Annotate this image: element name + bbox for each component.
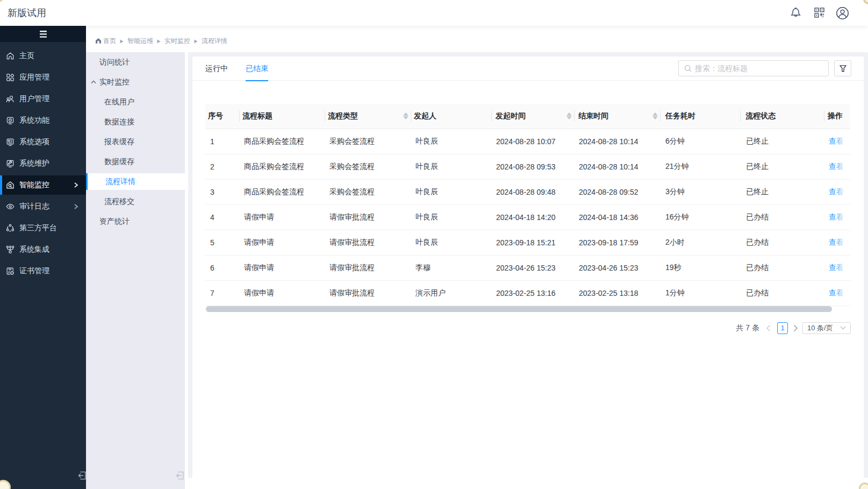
sidebar-item-home[interactable]: 主页 bbox=[0, 45, 86, 67]
sidebar-item-intelligent-monitoring[interactable]: 智能监控 bbox=[0, 175, 86, 195]
cell-duration: 19秒 bbox=[660, 255, 740, 280]
sidebar-item-label: 第三方平台 bbox=[19, 223, 57, 233]
column-header-end-time[interactable]: 结束时间 bbox=[574, 104, 660, 129]
sidebar-item-label: 证书管理 bbox=[19, 266, 49, 276]
cell-start: 2024-08-28 10:07 bbox=[491, 129, 574, 154]
page-size-value: 10 条/页 bbox=[807, 323, 833, 333]
sidebar-item-audit-logs[interactable]: 审计日志 bbox=[0, 196, 86, 217]
chevron-right-icon bbox=[74, 204, 78, 209]
submenu-item-process-details[interactable]: 流程详情 bbox=[86, 173, 185, 190]
sorter-icon[interactable] bbox=[566, 112, 572, 119]
top-header-bar: 新版试用 bbox=[0, 0, 868, 26]
sidebar-collapse-button[interactable] bbox=[78, 471, 86, 480]
cell-status: 已办结 bbox=[740, 230, 824, 255]
sidebar-hamburger-button[interactable] bbox=[0, 26, 86, 42]
pagination-prev-button[interactable] bbox=[764, 322, 772, 334]
submenu-item-online-users[interactable]: 在线用户 bbox=[86, 92, 185, 112]
cell-end: 2023-09-18 17:59 bbox=[574, 230, 660, 255]
breadcrumb-home-icon[interactable] bbox=[95, 37, 102, 45]
cell-start: 2023-09-18 15:21 bbox=[491, 230, 574, 255]
breadcrumb-item-home[interactable]: 首页 bbox=[103, 37, 116, 46]
submenu-item-realtime-monitoring[interactable]: 实时监控 bbox=[86, 72, 185, 92]
submenu-item-data-connection[interactable]: 数据连接 bbox=[86, 112, 185, 132]
cell-start: 2024-04-18 14:20 bbox=[491, 204, 574, 230]
view-link[interactable]: 查看 bbox=[829, 238, 844, 246]
notification-bell-icon[interactable] bbox=[790, 7, 801, 19]
sidebar-item-system-integration[interactable]: 系统集成 bbox=[0, 239, 86, 260]
cell-status: 已办结 bbox=[740, 255, 824, 280]
cell-type: 采购会签流程 bbox=[325, 154, 411, 179]
cell-end: 2023-04-26 15:23 bbox=[574, 255, 660, 280]
sidebar-item-users[interactable]: 用户管理 bbox=[0, 88, 86, 110]
pagination-page-1[interactable]: 1 bbox=[777, 322, 788, 334]
maintenance-icon bbox=[6, 159, 15, 168]
cell-action: 查看 bbox=[824, 129, 850, 154]
submenu-item-data-cache[interactable]: 数据缓存 bbox=[86, 152, 185, 172]
column-header-type[interactable]: 流程类型 bbox=[325, 104, 411, 129]
cell-index: 7 bbox=[205, 280, 239, 306]
column-divider bbox=[574, 111, 575, 122]
table-row: 1 商品采购会签流程 采购会签流程 叶良辰 2024-08-28 10:07 2… bbox=[205, 129, 850, 154]
page-size-select[interactable]: 10 条/页 bbox=[802, 322, 851, 334]
column-divider bbox=[239, 111, 240, 122]
sidebar-item-apps[interactable]: 应用管理 bbox=[0, 67, 86, 88]
sorter-icon[interactable] bbox=[403, 112, 408, 119]
cell-initiator: 叶良辰 bbox=[411, 204, 491, 230]
search-input[interactable] bbox=[695, 64, 823, 73]
cell-initiator: 叶良辰 bbox=[411, 179, 491, 204]
tab-running[interactable]: 运行中 bbox=[205, 56, 228, 81]
cell-index: 3 bbox=[205, 179, 239, 204]
submenu-item-asset-stats[interactable]: 资产统计 bbox=[86, 211, 185, 231]
submenu-item-process-transfer[interactable]: 流程移交 bbox=[86, 192, 185, 211]
users-icon bbox=[6, 95, 15, 103]
breadcrumb-separator-icon bbox=[194, 39, 198, 44]
view-link[interactable]: 查看 bbox=[829, 137, 844, 145]
sidebar-item-system-maintenance[interactable]: 系统维护 bbox=[0, 153, 86, 174]
secondary-sidebar: 访问统计 实时监控 在线用户 数据连接 报表缓存 数据缓存 流程详情 流程移交 … bbox=[86, 52, 185, 489]
column-header-action: 操作 bbox=[824, 104, 850, 129]
sidebar-item-label: 系统功能 bbox=[19, 116, 49, 125]
chevron-down-icon bbox=[840, 326, 846, 330]
breadcrumb-separator-icon bbox=[157, 39, 161, 44]
column-header-initiator: 发起人 bbox=[411, 104, 491, 129]
user-avatar-icon[interactable] bbox=[836, 6, 849, 20]
column-divider bbox=[740, 111, 741, 122]
tab-label: 运行中 bbox=[205, 64, 228, 73]
column-header-index: 序号 bbox=[205, 104, 239, 129]
cell-start: 2023-04-26 15:23 bbox=[491, 255, 574, 280]
cell-end: 2024-08-28 10:14 bbox=[574, 129, 660, 154]
column-header-start-time[interactable]: 发起时间 bbox=[491, 104, 574, 129]
tab-finished[interactable]: 已结束 bbox=[246, 56, 268, 81]
sidebar-item-third-party-platform[interactable]: 第三方平台 bbox=[0, 217, 86, 239]
cell-title: 请假申请 bbox=[239, 230, 325, 255]
collapse-left-icon bbox=[78, 471, 86, 480]
table-row: 6 请假申请 请假审批流程 李穆 2023-04-26 15:23 2023-0… bbox=[205, 255, 850, 280]
submenu-collapse-button[interactable] bbox=[176, 471, 184, 480]
qrcode-icon[interactable] bbox=[814, 7, 825, 18]
breadcrumb-item-monitoring[interactable]: 实时监控 bbox=[164, 37, 190, 46]
filter-button[interactable] bbox=[834, 60, 851, 76]
view-link[interactable]: 查看 bbox=[829, 288, 844, 297]
cell-action: 查看 bbox=[824, 204, 850, 230]
sidebar-item-certificate-management[interactable]: 证书管理 bbox=[0, 260, 86, 282]
view-link[interactable]: 查看 bbox=[829, 263, 844, 272]
cell-initiator: 李穆 bbox=[411, 255, 491, 280]
sidebar-item-label: 主页 bbox=[19, 51, 34, 61]
breadcrumb-item-ops[interactable]: 智能运维 bbox=[127, 37, 153, 46]
sidebar-item-label: 智能监控 bbox=[19, 180, 49, 190]
submenu-item-report-cache[interactable]: 报表缓存 bbox=[86, 132, 185, 152]
sorter-icon[interactable] bbox=[652, 112, 658, 119]
view-link[interactable]: 查看 bbox=[829, 187, 844, 196]
chevron-right-icon bbox=[793, 324, 799, 332]
view-link[interactable]: 查看 bbox=[829, 212, 844, 221]
cell-status: 已终止 bbox=[740, 154, 824, 179]
horizontal-scrollbar-thumb[interactable] bbox=[206, 306, 832, 312]
cell-title: 请假申请 bbox=[239, 255, 325, 280]
submenu-item-access-stats[interactable]: 访问统计 bbox=[86, 52, 185, 72]
view-link[interactable]: 查看 bbox=[829, 162, 844, 171]
sidebar-item-system-options[interactable]: 系统选项 bbox=[0, 131, 86, 153]
breadcrumb-item-current[interactable]: 流程详情 bbox=[202, 37, 227, 46]
pagination-next-button[interactable] bbox=[792, 322, 800, 334]
sidebar-item-system-functions[interactable]: 系统功能 bbox=[0, 110, 86, 131]
tab-label: 已结束 bbox=[246, 64, 268, 73]
